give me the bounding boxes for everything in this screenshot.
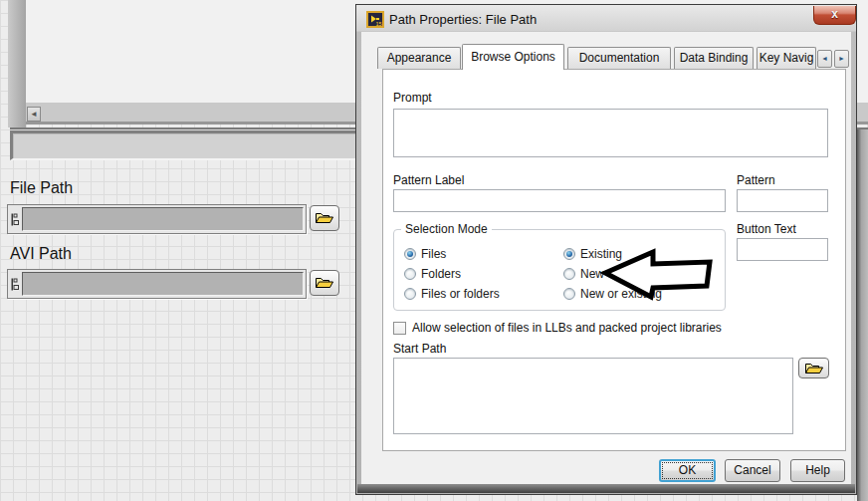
file-path-label: File Path (10, 179, 73, 197)
prompt-input[interactable] (393, 109, 828, 157)
tab-scroll-left-icon[interactable]: ◄ (817, 50, 832, 68)
tab-browse-options[interactable]: Browse Options (462, 44, 564, 70)
llb-checkbox-row[interactable]: Allow selection of files in LLBs and pac… (393, 321, 722, 335)
close-icon[interactable]: x (813, 6, 856, 25)
radio-button-icon[interactable] (404, 288, 416, 300)
file-path-browse-button[interactable] (310, 205, 339, 231)
button-text-label: Button Text (737, 222, 796, 236)
file-path-field[interactable] (22, 207, 304, 231)
llb-checkbox-label: Allow selection of files in LLBs and pac… (412, 321, 722, 335)
pattern-label-label: Pattern Label (393, 173, 464, 187)
pattern-label: Pattern (737, 173, 775, 187)
tab-appearance[interactable]: Appearance (377, 47, 461, 69)
radio-button-icon[interactable] (404, 248, 416, 260)
avi-path-control[interactable] (7, 269, 307, 299)
background-window-scrollbar (857, 129, 868, 501)
radio-new[interactable]: New (563, 267, 604, 281)
radio-button-icon[interactable] (404, 268, 416, 280)
svg-text:15: 15 (376, 21, 382, 27)
radio-files-or-folders-label: Files or folders (421, 287, 500, 301)
radio-folders[interactable]: Folders (404, 267, 461, 281)
avi-path-browse-button[interactable] (310, 270, 339, 296)
radio-folders-label: Folders (421, 267, 461, 281)
radio-button-icon[interactable] (563, 288, 575, 300)
dialog-bottom-frame (357, 484, 855, 493)
folder-icon (315, 211, 334, 225)
dialog-title: Path Properties: File Path (389, 12, 537, 27)
ok-button[interactable]: OK (659, 459, 716, 482)
pattern-label-input[interactable] (393, 189, 726, 212)
path-type-icon (11, 278, 20, 291)
tab-key-navigation[interactable]: Key Navig (757, 47, 816, 69)
help-button[interactable]: Help (790, 459, 845, 482)
file-path-control[interactable] (7, 204, 307, 234)
tab-documentation[interactable]: Documentation (567, 47, 671, 69)
labview-icon: 15 (366, 11, 384, 28)
path-type-icon (11, 213, 20, 226)
pattern-input[interactable] (737, 189, 828, 212)
radio-files-label: Files (421, 247, 446, 261)
prompt-label: Prompt (393, 91, 432, 105)
checkbox-icon[interactable] (393, 322, 406, 335)
tab-scroll-right-icon[interactable]: ► (834, 50, 849, 68)
start-path-input[interactable] (393, 358, 793, 434)
start-path-label: Start Path (393, 342, 446, 356)
cancel-button[interactable]: Cancel (725, 459, 780, 482)
dialog-titlebar[interactable]: 15 Path Properties: File Path (357, 6, 855, 32)
start-path-browse-button[interactable] (798, 358, 829, 378)
radio-button-icon[interactable] (563, 248, 575, 260)
radio-button-icon[interactable] (563, 268, 575, 280)
folder-icon (315, 276, 334, 290)
folder-icon (804, 362, 824, 376)
annotation-arrow-icon (599, 245, 717, 303)
avi-path-field[interactable] (22, 272, 304, 296)
tab-data-binding[interactable]: Data Binding (674, 47, 754, 69)
panel-left-edge (8, 0, 26, 127)
avi-path-label: AVI Path (10, 245, 72, 263)
radio-files-or-folders[interactable]: Files or folders (404, 287, 500, 301)
radio-files[interactable]: Files (404, 247, 446, 261)
button-text-input[interactable] (737, 238, 828, 261)
selection-mode-label: Selection Mode (401, 222, 492, 236)
scrollbar-left-arrow-icon[interactable]: ◄ (27, 107, 41, 122)
